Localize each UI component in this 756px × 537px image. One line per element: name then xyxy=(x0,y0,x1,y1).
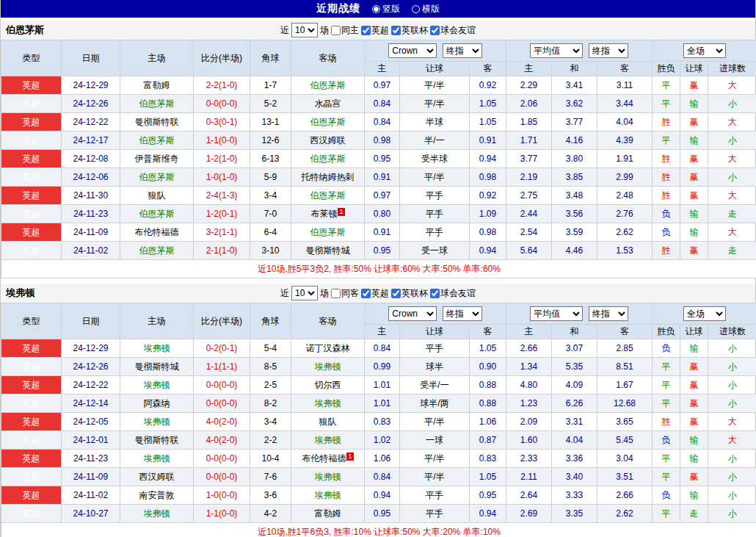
bookmaker-select[interactable]: Crown xyxy=(388,306,437,321)
away-team[interactable]: 伯恩茅斯 xyxy=(291,113,365,131)
same-venue-checkbox[interactable] xyxy=(331,26,341,35)
league-checkbox-friendly[interactable] xyxy=(430,26,440,35)
asia-stage-select[interactable]: 终指 xyxy=(443,43,482,58)
asia-stage-select[interactable]: 终指 xyxy=(443,306,482,321)
home-team[interactable]: 富勒姆 xyxy=(120,76,194,95)
league-checkbox-eflcup[interactable] xyxy=(391,26,401,35)
league-checkbox-wrap[interactable]: 英超 xyxy=(361,287,389,300)
away-team[interactable]: 埃弗顿 xyxy=(291,486,365,505)
score: 0-0(0-0) xyxy=(194,468,250,486)
home-team[interactable]: 曼彻斯特联 xyxy=(120,431,194,450)
away-team[interactable]: 狼队 xyxy=(291,413,365,431)
home-team[interactable]: 西汉姆联 xyxy=(120,468,194,486)
match-count-select[interactable]: 10 xyxy=(291,286,318,300)
away-team[interactable]: 埃弗顿 xyxy=(291,358,365,376)
home-team[interactable]: 埃弗顿 xyxy=(120,413,194,431)
league-checkbox-wrap[interactable]: 球会友谊 xyxy=(430,287,476,300)
away-team[interactable]: 埃弗顿 xyxy=(291,394,365,413)
away-team[interactable]: 托特纳姆热刺 xyxy=(291,168,365,187)
away-team[interactable]: 布莱顿1 xyxy=(291,205,365,223)
home-team[interactable]: 狼队 xyxy=(120,187,194,205)
euro-stage-select[interactable]: 终指 xyxy=(589,43,628,58)
league-badge[interactable]: 英超 xyxy=(1,450,62,468)
away-team[interactable]: 埃弗顿 xyxy=(291,468,365,486)
away-team[interactable]: 布伦特福德1 xyxy=(291,450,365,468)
same-venue-checkbox[interactable] xyxy=(331,289,341,298)
away-team[interactable]: 伯恩茅斯 xyxy=(291,76,365,95)
league-checkbox-epl[interactable] xyxy=(361,289,371,298)
league-badge[interactable]: 英超 xyxy=(1,131,62,150)
euro-stage-select[interactable]: 终指 xyxy=(589,306,628,321)
score: 4-0(2-0) xyxy=(194,431,250,450)
league-badge[interactable]: 英超 xyxy=(1,431,62,450)
league-badge[interactable]: 英超 xyxy=(1,394,62,413)
home-team[interactable]: 伯恩茅斯 xyxy=(120,242,194,260)
bookmaker-select[interactable]: Crown xyxy=(388,43,437,58)
away-team[interactable]: 诺丁汉森林 xyxy=(291,339,365,358)
league-badge[interactable]: 英超 xyxy=(1,358,62,376)
corner-score: 6-13 xyxy=(250,150,291,168)
scope-select[interactable]: 全场 xyxy=(683,306,726,321)
home-team[interactable]: 埃弗顿 xyxy=(120,505,194,523)
league-badge[interactable]: 英超 xyxy=(1,339,62,358)
league-badge[interactable]: 英超 xyxy=(1,113,62,131)
home-team[interactable]: 曼彻斯特城 xyxy=(120,358,194,376)
league-badge[interactable]: 英超 xyxy=(1,413,62,431)
league-checkbox-wrap[interactable]: 英联杯 xyxy=(391,24,428,37)
corner-score: 2-5 xyxy=(250,376,291,394)
league-badge[interactable]: 英超 xyxy=(1,76,62,95)
euro-source-select[interactable]: 平均值 xyxy=(530,43,583,58)
view-option-horizontal[interactable]: 横版 xyxy=(412,3,440,15)
league-checkbox-epl[interactable] xyxy=(361,26,371,35)
away-team[interactable]: 曼彻斯特城 xyxy=(291,242,365,260)
away-team[interactable]: 埃弗顿 xyxy=(291,431,365,450)
home-team[interactable]: 南安普敦 xyxy=(120,486,194,505)
view-option-vertical[interactable]: 竖版 xyxy=(372,3,400,15)
home-team[interactable]: 伯恩茅斯 xyxy=(120,205,194,223)
league-badge[interactable]: 英超 xyxy=(1,376,62,394)
home-team[interactable]: 埃弗顿 xyxy=(120,450,194,468)
away-team[interactable]: 西汉姆联 xyxy=(291,131,365,150)
asia-away-odds: 0.98 xyxy=(470,223,506,242)
league-badge[interactable]: 英超 xyxy=(1,223,62,242)
league-checkbox-eflcup[interactable] xyxy=(391,289,401,298)
scope-select[interactable]: 全场 xyxy=(683,43,726,58)
goals-result-flag: 大 xyxy=(708,150,756,168)
home-team[interactable]: 曼彻斯特联 xyxy=(120,113,194,131)
league-badge[interactable]: 英超 xyxy=(1,168,62,187)
home-team[interactable]: 埃弗顿 xyxy=(120,339,194,358)
home-team[interactable]: 伯恩茅斯 xyxy=(120,131,194,150)
home-team[interactable]: 阿森纳 xyxy=(120,394,194,413)
away-team[interactable]: 伯恩茅斯 xyxy=(291,223,365,242)
league-badge[interactable]: 英超 xyxy=(1,150,62,168)
away-team[interactable]: 切尔西 xyxy=(291,376,365,394)
euro-source-select[interactable]: 平均值 xyxy=(530,306,583,321)
league-badge[interactable]: 英超 xyxy=(1,187,62,205)
match-date: 24-11-02 xyxy=(62,242,120,260)
league-badge[interactable]: 英超 xyxy=(1,242,62,260)
away-team[interactable]: 伯恩茅斯 xyxy=(291,150,365,168)
league-badge[interactable]: 英超 xyxy=(1,95,62,113)
horizontal-radio[interactable] xyxy=(412,5,420,13)
league-checkbox-wrap[interactable]: 英联杯 xyxy=(391,287,428,300)
match-count-select[interactable]: 10 xyxy=(291,23,318,37)
home-team[interactable]: 伊普斯维奇 xyxy=(120,150,194,168)
league-badge[interactable]: 英超 xyxy=(1,505,62,523)
away-team[interactable]: 水晶宫 xyxy=(291,95,365,113)
home-team[interactable]: 伯恩茅斯 xyxy=(120,168,194,187)
league-checkbox-wrap[interactable]: 英超 xyxy=(361,24,389,37)
league-badge[interactable]: 英超 xyxy=(1,468,62,486)
league-badge[interactable]: 英超 xyxy=(1,205,62,223)
result-flag: 平 xyxy=(653,468,680,486)
home-team[interactable]: 埃弗顿 xyxy=(120,376,194,394)
league-badge[interactable]: 英超 xyxy=(1,486,62,505)
home-team[interactable]: 布伦特福德 xyxy=(120,223,194,242)
away-team[interactable]: 富勒姆 xyxy=(291,505,365,523)
home-team[interactable]: 伯恩茅斯 xyxy=(120,95,194,113)
same-venue-checkbox-wrap[interactable]: 同主 xyxy=(331,24,359,37)
vertical-radio[interactable] xyxy=(372,5,380,13)
away-team[interactable]: 伯恩茅斯 xyxy=(291,187,365,205)
league-checkbox-wrap[interactable]: 球会友谊 xyxy=(430,24,476,37)
league-checkbox-friendly[interactable] xyxy=(430,289,440,298)
same-venue-checkbox-wrap[interactable]: 同客 xyxy=(331,287,359,300)
